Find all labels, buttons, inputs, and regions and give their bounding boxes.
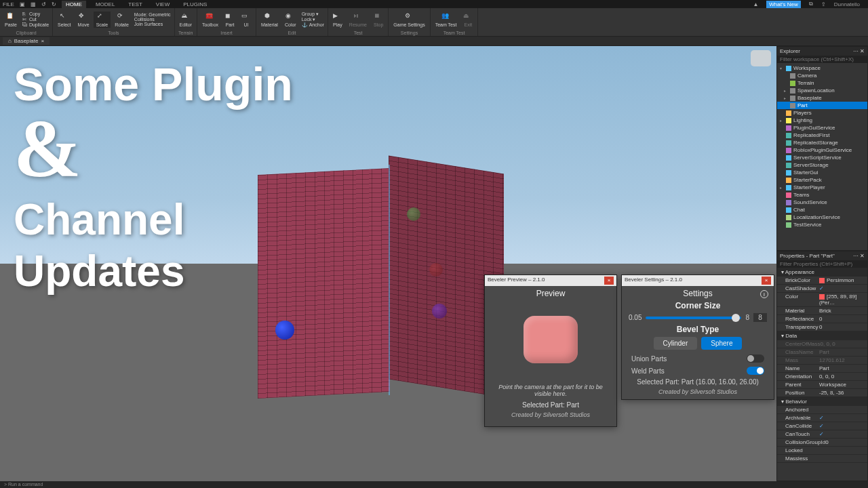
scale-tool[interactable]: ⤢Scale xyxy=(94,12,111,28)
tree-item-starterpack[interactable]: StarterPack xyxy=(777,176,867,184)
prop-row[interactable]: Reflectance0 xyxy=(777,315,867,323)
tree-item-camera[interactable]: Camera xyxy=(777,72,867,79)
properties-list[interactable]: ▾ AppearanceBrickColorPersimmonCastShado… xyxy=(777,268,867,481)
doc-tab-baseplate[interactable]: ⌂ Baseplate × xyxy=(3,37,50,45)
close-icon[interactable]: × xyxy=(604,277,614,285)
tree-item-players[interactable]: Players xyxy=(777,109,867,117)
preview-window[interactable]: Beveler Preview – 2.1.0 × Preview Point … xyxy=(484,274,617,427)
tree-item-workspace[interactable]: ▾Workspace xyxy=(777,64,867,72)
notifications-icon[interactable]: ⧉ xyxy=(809,1,813,7)
explorer-tree[interactable]: ▾WorkspaceCameraTerrain▸SpawnLocation▸Ba… xyxy=(777,63,867,250)
tree-item-serverstorage[interactable]: ServerStorage xyxy=(777,161,867,169)
prop-row[interactable]: Archivable✓ xyxy=(777,414,867,422)
prop-row[interactable]: Locked xyxy=(777,447,867,455)
material-button[interactable]: ⬢Material xyxy=(258,12,281,28)
tree-item-terrain[interactable]: Terrain xyxy=(777,79,867,87)
properties-filter[interactable] xyxy=(777,260,867,268)
window-titlebar[interactable]: Beveler Preview – 2.1.0 × xyxy=(485,275,616,286)
explorer-filter[interactable] xyxy=(777,56,867,63)
union-toggle[interactable] xyxy=(747,354,764,363)
share-icon[interactable]: ⇪ xyxy=(821,1,826,7)
tree-item-soundservice[interactable]: SoundService xyxy=(777,199,867,206)
info-icon[interactable]: i xyxy=(760,290,768,298)
properties-header[interactable]: Properties - Part "Part"⋯ ✕ xyxy=(777,251,867,260)
exit-team-test[interactable]: ⏏Exit xyxy=(460,12,475,28)
command-bar[interactable]: > Run a command xyxy=(0,481,868,488)
tree-item-startergui[interactable]: StarterGui xyxy=(777,169,867,176)
group-button[interactable]: Group ▾ xyxy=(300,12,326,17)
prop-row[interactable]: CanTouch✓ xyxy=(777,430,867,439)
paste-button[interactable]: 📋Paste xyxy=(2,12,20,28)
tree-item-replicatedfirst[interactable]: ReplicatedFirst xyxy=(777,131,867,139)
tab-model[interactable]: MODEL xyxy=(92,1,119,8)
tree-item-starterplayer[interactable]: ▸StarterPlayer xyxy=(777,184,867,191)
collisions-toggle[interactable]: Collisions xyxy=(133,17,172,22)
qat-icon[interactable]: ▣ xyxy=(20,1,25,7)
move-tool[interactable]: ✥Move xyxy=(75,12,92,28)
qat-icon[interactable]: ▦ xyxy=(31,1,36,7)
play-button[interactable]: ▶Play xyxy=(330,12,345,28)
prop-row[interactable]: ParentWorkspace xyxy=(777,381,867,389)
prop-row[interactable]: Orientation0, 0, 0 xyxy=(777,373,867,381)
gizmo-orb-red[interactable] xyxy=(429,263,443,277)
prop-row[interactable]: NamePart xyxy=(777,365,867,373)
prop-row[interactable]: CenterOfMass0, 0, 0 xyxy=(777,340,867,348)
stop-button[interactable]: ⏹Stop xyxy=(371,12,386,28)
tab-home[interactable]: HOME xyxy=(62,1,86,8)
gizmo-orb-green[interactable] xyxy=(407,207,420,221)
view-gizmo[interactable] xyxy=(751,50,771,66)
gizmo-orb-purple[interactable] xyxy=(432,304,447,319)
tree-item-replicatedstorage[interactable]: ReplicatedStorage xyxy=(777,139,867,146)
prop-row[interactable]: MaterialBrick xyxy=(777,307,867,315)
prop-row[interactable]: CanCollide✓ xyxy=(777,422,867,430)
select-tool[interactable]: ↖Select xyxy=(55,12,73,28)
prop-row[interactable]: CollisionGroupId0 xyxy=(777,439,867,447)
prop-section[interactable]: ▾ Appearance xyxy=(777,268,867,277)
cylinder-button[interactable]: Cylinder xyxy=(654,337,698,350)
lock-button[interactable]: Lock ▾ xyxy=(300,17,326,22)
file-menu[interactable]: FILE xyxy=(3,1,14,7)
qat-icon[interactable]: ↻ xyxy=(52,1,56,7)
prop-row[interactable]: Massless xyxy=(777,455,867,463)
tree-item-testservice[interactable]: TestService xyxy=(777,221,867,228)
prop-row[interactable]: Transparency0 xyxy=(777,323,867,331)
tree-item-spawnlocation[interactable]: ▸SpawnLocation xyxy=(777,87,867,94)
anchor-button[interactable]: ⚓ Anchor xyxy=(300,22,326,28)
tree-item-robloxpluginguiservice[interactable]: RobloxPluginGuiService xyxy=(777,146,867,154)
tree-item-teams[interactable]: Teams xyxy=(777,191,867,199)
close-icon[interactable]: × xyxy=(762,277,771,285)
whats-new-button[interactable]: What's New xyxy=(766,1,800,8)
slider-value[interactable]: 8 xyxy=(753,313,767,322)
prop-row[interactable]: Color[255, 89, 89] (Per… xyxy=(777,293,867,307)
color-button[interactable]: ◉Color xyxy=(282,12,299,28)
tree-item-serverscriptservice[interactable]: ServerScriptService xyxy=(777,154,867,161)
join-surfaces-toggle[interactable]: Join Surfaces xyxy=(133,22,172,26)
tree-item-baseplate[interactable]: ▸Baseplate xyxy=(777,94,867,102)
toolbox-button[interactable]: 🧰Toolbox xyxy=(199,12,221,28)
window-titlebar[interactable]: Beveler Settings – 2.1.0 × xyxy=(622,275,774,286)
settings-window[interactable]: Beveler Settings – 2.1.0 × Settings i Co… xyxy=(621,274,774,400)
prop-row[interactable]: Mass12701.612 xyxy=(777,357,867,365)
copy-button[interactable]: ⎘Copy xyxy=(21,12,50,17)
prop-row[interactable]: BrickColorPersimmon xyxy=(777,277,867,285)
tree-item-lighting[interactable]: ▸Lighting xyxy=(777,117,867,124)
tree-item-part[interactable]: Part xyxy=(777,102,867,109)
rotate-tool[interactable]: ⟳Rotate xyxy=(112,12,132,28)
tree-item-pluginguiservice[interactable]: PluginGuiService xyxy=(777,124,867,131)
duplicate-button[interactable]: ⿻Duplicate xyxy=(21,22,50,28)
tree-item-chat[interactable]: Chat xyxy=(777,206,867,214)
weld-toggle[interactable] xyxy=(747,367,764,375)
explorer-header[interactable]: Explorer⋯ ✕ xyxy=(777,47,867,56)
username-label[interactable]: Dunnatello xyxy=(834,1,860,7)
ui-button[interactable]: ▭UI xyxy=(239,12,254,28)
prop-row[interactable]: Position-25, 8, -36 xyxy=(777,389,867,397)
tree-item-localizationservice[interactable]: LocalizationService xyxy=(777,214,867,221)
cut-button[interactable]: ✄Cut xyxy=(21,17,50,22)
corner-size-slider[interactable] xyxy=(646,317,741,319)
prop-section[interactable]: ▾ Behavior xyxy=(777,397,867,406)
prop-row[interactable]: ClassNamePart xyxy=(777,348,867,357)
game-settings[interactable]: ⚙Game Settings xyxy=(391,12,427,28)
team-test[interactable]: 👥Team Test xyxy=(433,12,460,28)
sphere-button[interactable]: Sphere xyxy=(701,337,742,350)
close-icon[interactable]: × xyxy=(41,38,44,44)
